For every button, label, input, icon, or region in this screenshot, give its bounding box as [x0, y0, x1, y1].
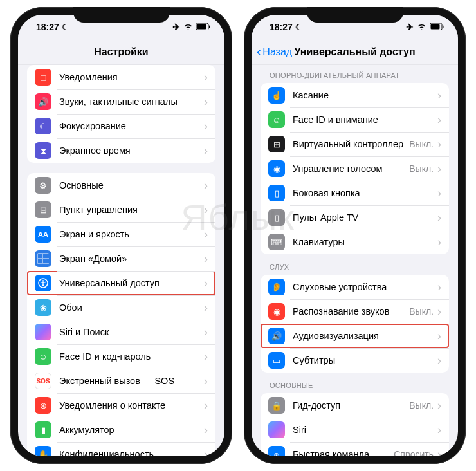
- flower-icon: ❀: [35, 299, 51, 316]
- svg-rect-1: [197, 24, 206, 30]
- row-sound-recognition[interactable]: ◉ Распознавание звуков Выкл. ›: [261, 299, 449, 324]
- row-guided-access[interactable]: 🔒 Гид-доступ Выкл. ›: [261, 393, 449, 418]
- row-label: Аудиовизуализация: [293, 331, 437, 341]
- row-switch-control[interactable]: ⊞ Виртуальный контроллер Выкл. ›: [261, 132, 449, 156]
- row-label: Пункт управления: [59, 205, 204, 215]
- row-focus[interactable]: ☾ Фокусирование ›: [27, 114, 215, 138]
- row-label: Клавиатуры: [293, 237, 437, 247]
- settings-group-2: ⚙ Основные › ⊟ Пункт управления › AA Экр…: [27, 173, 215, 456]
- svg-rect-2: [209, 26, 210, 28]
- wifi-icon: [417, 22, 426, 32]
- chevron-right-icon: ›: [204, 423, 208, 437]
- phone-right: 18:27 ☾ ✈ ‹ Назад Универсальный доступ О…: [244, 7, 466, 464]
- row-exposure[interactable]: ⊛ Уведомления о контакте ›: [27, 393, 215, 418]
- chevron-right-icon: ›: [437, 211, 441, 225]
- group-motor: ☝ Касание › ☺ Face ID и внимание › ⊞ Вир…: [261, 83, 449, 254]
- row-general[interactable]: ⚙ Основные ›: [27, 173, 215, 198]
- hand-icon: ✋: [35, 446, 51, 456]
- row-battery[interactable]: ▮ Аккумулятор ›: [27, 418, 215, 442]
- chevron-right-icon: ›: [204, 144, 208, 158]
- row-label: Face ID и внимание: [293, 115, 437, 125]
- row-label: Слуховые устройства: [293, 282, 437, 292]
- chevron-right-icon: ›: [204, 326, 208, 339]
- row-voice-control[interactable]: ◉ Управление голосом Выкл. ›: [261, 156, 449, 181]
- back-button[interactable]: ‹ Назад: [257, 45, 292, 59]
- settings-content[interactable]: ◻ Уведомления › 🔊 Звуки, тактильные сигн…: [18, 65, 224, 456]
- dnd-moon-icon: ☾: [295, 23, 302, 32]
- row-siri[interactable]: Siri ›: [261, 418, 449, 442]
- row-sounds[interactable]: 🔊 Звуки, тактильные сигналы ›: [27, 89, 215, 114]
- page-title: Настройки: [94, 46, 148, 58]
- row-siri-search[interactable]: Siri и Поиск ›: [27, 320, 215, 344]
- row-label: Аккумулятор: [59, 425, 204, 435]
- row-control-center[interactable]: ⊟ Пункт управления ›: [27, 198, 215, 222]
- row-display[interactable]: AA Экран и яркость ›: [27, 222, 215, 246]
- airplane-icon: ✈: [172, 22, 180, 32]
- battery-icon: ▮: [35, 421, 51, 438]
- chevron-right-icon: ›: [437, 138, 441, 151]
- svg-rect-7: [443, 26, 444, 28]
- chevron-right-icon: ›: [437, 354, 441, 367]
- settings-group-1: ◻ Уведомления › 🔊 Звуки, тактильные сигн…: [27, 65, 215, 163]
- keyboard-icon: ⌨: [268, 234, 285, 250]
- row-touch[interactable]: ☝ Касание ›: [261, 83, 449, 107]
- chevron-right-icon: ›: [204, 71, 208, 84]
- sound-rec-icon: ◉: [268, 303, 285, 320]
- row-label: Обои: [59, 302, 204, 313]
- row-label: Фокусирование: [59, 121, 204, 131]
- row-subtitles[interactable]: ▭ Субтитры ›: [261, 348, 449, 373]
- row-accessibility[interactable]: Универсальный доступ ›: [27, 271, 215, 295]
- row-value: Спросить: [394, 449, 434, 456]
- hourglass-icon: ⧗: [35, 142, 51, 159]
- section-header-hearing: СЛУХ: [261, 254, 449, 275]
- chevron-right-icon: ›: [437, 236, 441, 249]
- side-button-icon: ▯: [268, 185, 285, 201]
- row-label: Виртуальный контроллер: [293, 139, 409, 149]
- row-home-screen[interactable]: Экран «Домой» ›: [27, 246, 215, 271]
- row-label: Экстренный вызов — SOS: [59, 376, 204, 386]
- row-value: Выкл.: [409, 306, 434, 317]
- row-audio-visual[interactable]: 🔊 Аудиовизуализация ›: [261, 324, 449, 348]
- chevron-right-icon: ›: [204, 301, 208, 315]
- row-label: Siri и Поиск: [59, 327, 204, 337]
- row-label: Конфиденциальность: [59, 449, 204, 456]
- airplane-icon: ✈: [406, 22, 414, 32]
- row-appletv-remote[interactable]: ▯ Пульт Apple TV ›: [261, 205, 449, 230]
- screen-left: 18:27 ☾ ✈ Настройки ◻ Уведомления: [18, 15, 224, 456]
- group-general: 🔒 Гид-доступ Выкл. › Siri › ⍟ Быстрая ко…: [261, 393, 449, 456]
- chevron-right-icon: ›: [204, 277, 208, 290]
- moon-icon: ☾: [35, 118, 51, 134]
- row-privacy[interactable]: ✋ Конфиденциальность ›: [27, 442, 215, 456]
- row-hearing-devices[interactable]: 👂 Слуховые устройства ›: [261, 275, 449, 299]
- row-label: Экран и яркость: [59, 229, 204, 239]
- svg-rect-6: [431, 24, 440, 30]
- row-sos[interactable]: SOS Экстренный вызов — SOS ›: [27, 369, 215, 393]
- grid-icon: [35, 250, 51, 267]
- notch: [73, 7, 170, 23]
- row-label: Siri: [293, 425, 437, 435]
- row-label: Уведомления о контакте: [59, 400, 204, 411]
- row-accessibility-shortcut[interactable]: ⍟ Быстрая команда Спросить ›: [261, 442, 449, 456]
- switches-icon: ⊟: [35, 201, 51, 218]
- guided-access-icon: 🔒: [268, 397, 285, 414]
- row-label: Распознавание звуков: [293, 306, 409, 317]
- row-screen-time[interactable]: ⧗ Экранное время ›: [27, 138, 215, 163]
- row-side-button[interactable]: ▯ Боковая кнопка ›: [261, 181, 449, 205]
- row-notifications[interactable]: ◻ Уведомления ›: [27, 65, 215, 89]
- row-faceid-attention[interactable]: ☺ Face ID и внимание ›: [261, 107, 449, 132]
- page-title: Универсальный доступ: [294, 46, 415, 58]
- row-faceid[interactable]: ☺ Face ID и код-пароль ›: [27, 344, 215, 369]
- accessibility-content[interactable]: ОПОРНО-ДВИГАТЕЛЬНЫЙ АППАРАТ ☝ Касание › …: [252, 65, 458, 456]
- row-wallpaper[interactable]: ❀ Обои ›: [27, 295, 215, 320]
- faceid-icon: ☺: [268, 111, 285, 128]
- row-label: Касание: [293, 90, 437, 100]
- row-label: Face ID и код-пароль: [59, 351, 204, 362]
- row-keyboards[interactable]: ⌨ Клавиатуры ›: [261, 230, 449, 254]
- sos-icon: SOS: [35, 373, 51, 389]
- svg-point-4: [42, 280, 44, 281]
- row-label: Боковая кнопка: [293, 188, 437, 198]
- row-label: Гид-доступ: [293, 400, 409, 411]
- battery-icon: [196, 22, 210, 32]
- chevron-right-icon: ›: [204, 252, 208, 266]
- row-value: Выкл.: [409, 400, 434, 411]
